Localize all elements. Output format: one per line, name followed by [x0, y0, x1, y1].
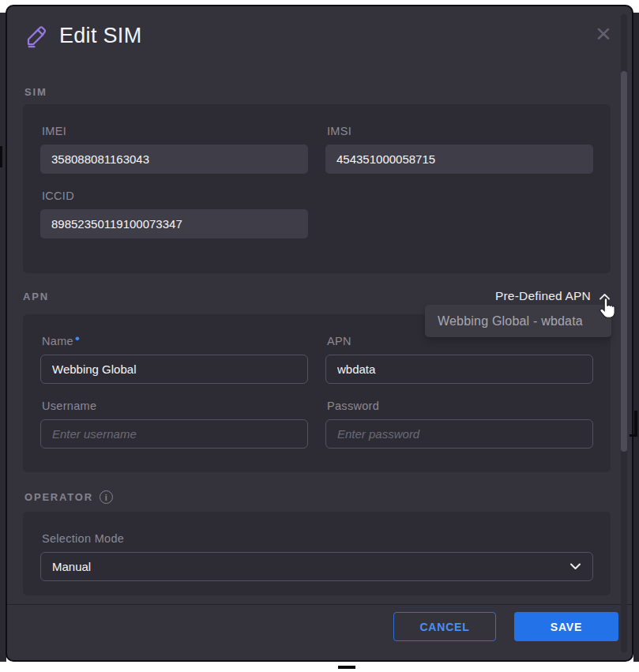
cancel-button[interactable]: CANCEL	[393, 612, 496, 641]
chevron-down-icon	[569, 562, 581, 571]
password-field[interactable]	[325, 419, 593, 449]
iccid-field[interactable]	[40, 209, 308, 238]
iccid-label: ICCID	[42, 190, 308, 202]
selection-mode-select[interactable]: Manual	[40, 552, 593, 581]
predefined-apn-option[interactable]: Webbing Global - wbdata	[438, 314, 583, 328]
edge-artifact-left	[0, 146, 2, 167]
save-button[interactable]: SAVE	[514, 612, 618, 641]
username-field[interactable]	[40, 419, 308, 449]
username-label: Username	[42, 400, 308, 412]
imsi-label: IMSI	[327, 125, 593, 137]
imei-field[interactable]	[40, 145, 308, 174]
info-icon[interactable]: i	[100, 490, 113, 504]
imsi-field[interactable]	[325, 145, 593, 174]
scrollbar-thumb[interactable]	[621, 71, 627, 452]
operator-section-label: OPERATOR	[24, 491, 93, 503]
edge-artifact-bottom	[338, 666, 355, 669]
operator-section-header: OPERATOR i	[24, 490, 113, 504]
predefined-apn-dropdown-toggle[interactable]: Pre-Defined APN	[495, 289, 611, 303]
sim-section-header: SIM	[24, 86, 47, 98]
pencil-icon	[24, 24, 48, 48]
edge-artifact-right	[634, 411, 637, 436]
apn-field[interactable]	[325, 355, 593, 384]
password-label: Password	[327, 400, 593, 412]
page-title: Edit SIM	[59, 24, 141, 48]
name-label-text: Name	[42, 335, 73, 347]
imei-label: IMEI	[42, 125, 308, 137]
name-label: Name•	[42, 335, 308, 347]
sim-section-label: SIM	[24, 86, 47, 98]
selection-mode-label: Selection Mode	[42, 532, 593, 545]
edit-sim-dialog: Edit SIM × SIM IMEI IMSI ICCID APN	[6, 5, 633, 662]
footer-divider	[7, 604, 632, 605]
predefined-apn-label: Pre-Defined APN	[495, 289, 591, 303]
apn-section-label: APN	[23, 291, 49, 302]
predefined-apn-menu: Webbing Global - wbdata	[425, 305, 611, 337]
chevron-up-icon	[599, 292, 611, 301]
apn-panel: Name• APN Username Password	[23, 314, 611, 472]
apn-section-header-row: APN Pre-Defined APN	[23, 289, 611, 303]
edge-artifact-right-tick	[630, 434, 637, 437]
dialog-header: Edit SIM	[24, 24, 141, 48]
required-marker: •	[75, 331, 80, 346]
page-overlay-right	[633, 13, 639, 662]
name-field[interactable]	[40, 355, 308, 384]
sim-panel: IMEI IMSI ICCID	[23, 104, 611, 273]
close-icon[interactable]: ×	[589, 19, 618, 47]
selection-mode-value: Manual	[52, 560, 91, 573]
operator-panel: Selection Mode Manual	[23, 512, 611, 595]
